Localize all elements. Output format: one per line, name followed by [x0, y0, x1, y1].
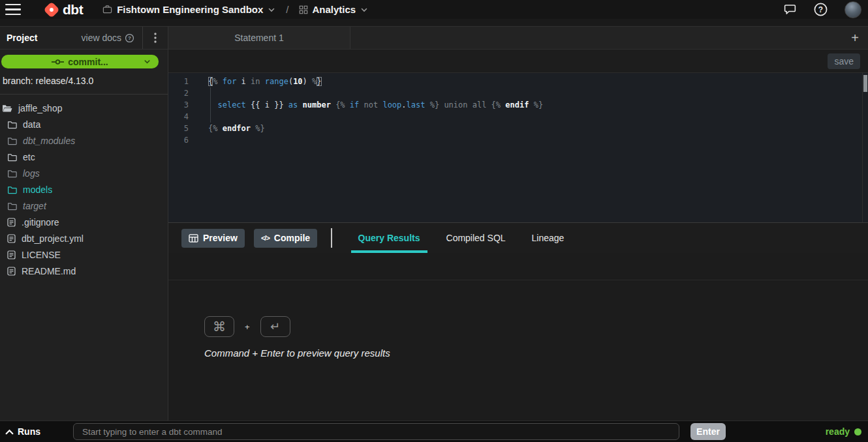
editor-pane: Statement 1 + save 1{% for i in range(10… [168, 26, 868, 420]
tree-item-label: .gitignore [22, 217, 59, 228]
editor-tab-bar: Statement 1 + [168, 26, 868, 50]
tree-item-label: target [23, 201, 46, 211]
code-text: {% for i in range(10) %} [198, 76, 322, 87]
tab-compiled-sql[interactable]: Compiled SQL [433, 223, 519, 253]
git-commit-icon [52, 59, 64, 65]
folder-open-icon [2, 104, 12, 113]
project-switcher-label: Fishtown Engineering Sandbox [117, 4, 263, 15]
file-icon [7, 250, 16, 259]
top-bar: dbt Fishtown Engineering Sandbox / Analy… [0, 0, 868, 19]
code-text [198, 111, 208, 123]
file-icon [7, 234, 16, 243]
svg-text:?: ? [128, 35, 131, 41]
tab-query-results-label: Query Results [358, 233, 420, 243]
code-line-1[interactable]: 1{% for i in range(10) %} [168, 76, 868, 87]
help-icon[interactable]: ? [813, 2, 828, 17]
compile-button[interactable]: </> Compile [254, 229, 317, 248]
dbt-cloud-ide: dbt Fishtown Engineering Sandbox / Analy… [0, 0, 868, 442]
sidebar-title: Project [7, 33, 37, 43]
code-text [198, 87, 208, 99]
results-header-strip [168, 253, 868, 280]
top-gap [0, 19, 868, 26]
tree-item-readme-md[interactable]: README.md [0, 263, 168, 279]
enter-key-icon: ↵ [260, 316, 290, 337]
folder-icon [7, 185, 17, 194]
chevron-up-icon [5, 429, 14, 435]
folder-icon [7, 201, 17, 211]
sidebar-menu-button[interactable] [142, 27, 168, 49]
tree-item-dbt-modules[interactable]: dbt_modules [0, 132, 168, 149]
environment-switcher[interactable]: Analytics [299, 4, 369, 15]
dbt-logo-icon [42, 0, 61, 20]
line-number: 5 [168, 123, 198, 134]
tree-item-models[interactable]: models [0, 181, 168, 198]
dbt-logo: dbt [42, 0, 83, 20]
tree-item-label: etc [23, 152, 35, 162]
folder-icon [7, 169, 17, 178]
tab-compiled-sql-label: Compiled SQL [446, 233, 506, 243]
tree-item-label: dbt_modules [23, 136, 75, 146]
tree-item-logs[interactable]: logs [0, 165, 168, 181]
code-line-6[interactable]: 6 [168, 134, 868, 146]
enter-button[interactable]: Enter [690, 423, 726, 440]
dbt-command-input[interactable] [73, 423, 679, 440]
editor-toolbar: save [168, 50, 868, 73]
view-docs-link[interactable]: view docs ? [82, 33, 142, 43]
compile-button-label: Compile [274, 233, 310, 243]
chevron-down-icon [360, 6, 368, 14]
status-label: ready [826, 426, 850, 437]
status-dot-icon [854, 428, 861, 435]
code-editor[interactable]: 1{% for i in range(10) %}23 select {{ i … [168, 73, 868, 222]
preview-button-label: Preview [203, 233, 238, 243]
line-number: 1 [168, 76, 198, 87]
plus-separator: + [245, 322, 250, 332]
git-actions: commit... branch: release/4.13.0 [0, 50, 168, 95]
editor-scrollbar[interactable] [863, 75, 867, 92]
tree-item-target[interactable]: target [0, 198, 168, 214]
save-button[interactable]: save [828, 53, 860, 69]
code-line-3[interactable]: 3 select {{ i }} as number {% if not loo… [168, 99, 868, 111]
chat-icon[interactable] [783, 3, 797, 16]
tree-item-license[interactable]: LICENSE [0, 246, 168, 263]
folder-icon [7, 153, 17, 162]
runs-drawer-toggle[interactable]: Runs [5, 426, 73, 437]
briefcase-icon [102, 5, 112, 14]
preview-button[interactable]: Preview [181, 229, 245, 248]
tab-lineage[interactable]: Lineage [519, 223, 578, 253]
environment-switcher-label: Analytics [313, 4, 356, 15]
command-bar: Runs Enter ready [0, 420, 868, 442]
code-line-5[interactable]: 5{% endfor %} [168, 123, 868, 134]
tree-item-etc[interactable]: etc [0, 149, 168, 165]
results-toolbar: Preview </> Compile Query Results Compil… [168, 222, 868, 253]
file-explorer-sidebar: Project view docs ? [0, 26, 168, 420]
chevron-down-icon [268, 6, 275, 14]
hamburger-menu-icon[interactable] [5, 4, 21, 16]
results-empty-state: ⌘ + ↵ Command + Enter to preview query r… [168, 280, 868, 420]
project-switcher[interactable]: Fishtown Engineering Sandbox [102, 4, 275, 15]
kebab-icon [154, 33, 157, 43]
tab-statement-1[interactable]: Statement 1 [168, 27, 350, 49]
shortcut-keys: ⌘ + ↵ [204, 316, 868, 337]
indent-guide [210, 87, 211, 123]
code-line-2[interactable]: 2 [168, 87, 868, 99]
line-number: 3 [168, 99, 198, 111]
tree-item-label: LICENSE [22, 250, 61, 260]
code-line-4[interactable]: 4 [168, 111, 868, 123]
tree-item--gitignore[interactable]: .gitignore [0, 214, 168, 230]
code-text: {% endfor %} [198, 123, 265, 134]
tree-item-data[interactable]: data [0, 116, 168, 132]
file-tree: jaffle_shopdatadbt_modulesetclogsmodelst… [0, 95, 168, 420]
tree-item-dbt-project-yml[interactable]: dbt_project.yml [0, 230, 168, 246]
tree-item-jaffle-shop[interactable]: jaffle_shop [0, 100, 168, 116]
grid-icon [299, 5, 308, 14]
breadcrumb-separator: / [286, 4, 288, 15]
user-avatar[interactable] [845, 1, 861, 18]
new-tab-button[interactable]: + [842, 31, 868, 44]
commit-button[interactable]: commit... [1, 55, 159, 68]
help-circle-icon: ? [125, 33, 134, 43]
toolbar-divider [331, 228, 332, 248]
tab-label: Statement 1 [234, 33, 284, 43]
runs-label: Runs [18, 426, 40, 437]
tab-query-results[interactable]: Query Results [345, 223, 433, 253]
svg-text:?: ? [818, 5, 823, 14]
